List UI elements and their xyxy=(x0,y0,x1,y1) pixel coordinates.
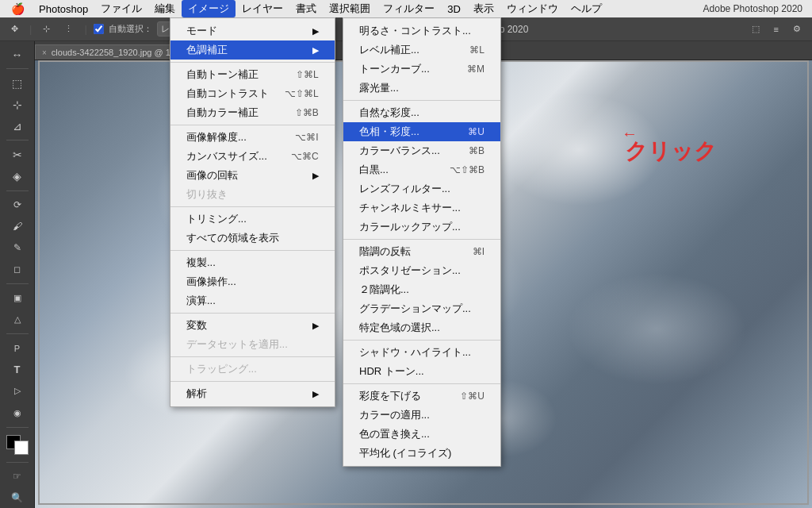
menu-gradient-map[interactable]: グラデーションマップ... xyxy=(343,299,500,318)
menu-black-white[interactable]: 白黒... ⌥⇧⌘B xyxy=(343,160,500,179)
eraser-tool-icon[interactable]: ◻ xyxy=(5,260,30,279)
menu-trapping: トラッピング... xyxy=(170,360,335,379)
menu-calculations[interactable]: 演算... xyxy=(170,291,335,310)
type-tool-icon[interactable]: T xyxy=(5,360,30,379)
toolbar-divider1: | xyxy=(28,23,33,35)
menu-threshold[interactable]: ２階調化... xyxy=(343,280,500,299)
move-tool-btn[interactable]: ✥ xyxy=(6,22,23,36)
sep2 xyxy=(170,125,335,125)
menu-curves[interactable]: トーンカーブ... ⌘M xyxy=(343,60,500,79)
menubar-help[interactable]: ヘルプ xyxy=(565,0,608,17)
menu-posterize[interactable]: ポスタリゼーション... xyxy=(343,261,500,280)
tool-sep-2 xyxy=(6,140,29,140)
apple-menu[interactable]: 🍎 xyxy=(3,2,33,15)
sep3 xyxy=(170,206,335,207)
menu-apply-image[interactable]: 画像操作... xyxy=(170,272,335,291)
menu-exposure[interactable]: 露光量... xyxy=(343,79,500,98)
menu-match-color[interactable]: カラーの適用... xyxy=(343,406,500,425)
menu-selective-color[interactable]: 特定色域の選択... xyxy=(343,318,500,337)
arrange-btn[interactable]: ⊹ xyxy=(38,22,55,36)
menu-mode[interactable]: モード ▶ xyxy=(170,21,335,40)
menu-channel-mixer[interactable]: チャンネルミキサー... xyxy=(343,198,500,217)
menu-color-lookup[interactable]: カラールックアップ... xyxy=(343,217,500,237)
transform-btn[interactable]: ⬚ xyxy=(747,22,764,36)
csep3 xyxy=(343,340,500,341)
menubar-photoshop[interactable]: Photoshop xyxy=(33,2,94,17)
auto-select-checkbox[interactable] xyxy=(94,24,104,34)
menu-hue-saturation[interactable]: 色相・彩度... ⌘U xyxy=(343,122,500,141)
sep7 xyxy=(170,381,335,382)
document-tab[interactable]: × clouds-3422258_1920.jpg @ 18 xyxy=(35,44,186,60)
menu-auto-color[interactable]: 自動カラー補正 ⇧⌘B xyxy=(170,103,335,122)
menu-auto-contrast[interactable]: 自動コントラスト ⌥⇧⌘L xyxy=(170,84,335,103)
menu-apply-dataset: データセットを適用... xyxy=(170,335,335,354)
background-color[interactable] xyxy=(14,441,29,455)
tab-close-icon[interactable]: × xyxy=(42,48,47,57)
menu-replace-color[interactable]: 色の置き換え... xyxy=(343,425,500,444)
menubar-edit[interactable]: 編集 xyxy=(148,0,182,17)
menu-variables[interactable]: 変数 ▶ xyxy=(170,316,335,335)
menu-crop: 切り抜き xyxy=(170,185,335,204)
menu-canvas-size[interactable]: カンバスサイズ... ⌥⌘C xyxy=(170,147,335,166)
menu-trim[interactable]: トリミング... xyxy=(170,210,335,229)
eyedropper-tool-icon[interactable]: ◈ xyxy=(5,166,30,186)
menubar-3d[interactable]: 3D xyxy=(441,2,467,17)
pen-tool-icon[interactable]: P xyxy=(5,338,30,358)
magic-wand-tool-icon[interactable]: ⊿ xyxy=(5,116,30,136)
zoom-tool-icon[interactable]: 🔍 xyxy=(5,488,30,508)
menubar-image[interactable]: イメージ xyxy=(182,0,236,17)
menubar-select[interactable]: 選択範囲 xyxy=(323,0,377,17)
menu-color-balance[interactable]: カラーバランス... ⌘B xyxy=(343,141,500,160)
menu-levels[interactable]: レベル補正... ⌘L xyxy=(343,40,500,60)
move-tool-icon[interactable]: ↔ xyxy=(5,44,30,64)
menubar-text[interactable]: 書式 xyxy=(289,0,323,17)
menu-analysis[interactable]: 解析 ▶ xyxy=(170,384,335,403)
menu-shadow-highlight[interactable]: シャドウ・ハイライト... xyxy=(343,343,500,362)
menu-color-correction[interactable]: 色調補正 ▶ xyxy=(170,40,335,60)
shape-tool-icon[interactable]: ◉ xyxy=(5,403,30,423)
image-menu-dropdown[interactable]: モード ▶ 色調補正 ▶ 自動トーン補正 ⇧⌘L 自動コントラスト ⌥⇧⌘L 自… xyxy=(170,17,335,407)
sep6 xyxy=(170,356,335,357)
menubar-layer[interactable]: レイヤー xyxy=(236,0,289,17)
options-btn[interactable]: ⚙ xyxy=(788,22,806,36)
menubar-filter[interactable]: フィルター xyxy=(377,0,441,17)
csep4 xyxy=(343,383,500,384)
tool-sep-5 xyxy=(6,333,29,334)
menu-duplicate[interactable]: 複製... xyxy=(170,253,335,272)
dodge-tool-icon[interactable]: △ xyxy=(5,310,30,329)
tool-panel: ↔ ⬚ ⊹ ⊿ ✂ ◈ ⟳ 🖌 ✎ ◻ ▣ △ P T ▷ ◉ xyxy=(0,41,35,508)
menu-image-size[interactable]: 画像解像度... ⌥⌘I xyxy=(170,128,335,147)
sep4 xyxy=(170,250,335,251)
tool-sep-1 xyxy=(6,68,29,69)
menu-rotate[interactable]: 画像の回転 ▶ xyxy=(170,166,335,185)
gradient-tool-icon[interactable]: ▣ xyxy=(5,288,30,308)
crop-tool-icon[interactable]: ✂ xyxy=(5,144,30,164)
distribute-btn[interactable]: ⋮ xyxy=(59,22,78,36)
color-swatches[interactable] xyxy=(6,435,29,455)
menu-photo-filter[interactable]: レンズフィルター... xyxy=(343,179,500,198)
menu-invert[interactable]: 階調の反転 ⌘I xyxy=(343,242,500,261)
marquee-tool-icon[interactable]: ⬚ xyxy=(5,73,30,93)
tool-sep-4 xyxy=(6,283,29,284)
menu-auto-tone[interactable]: 自動トーン補正 ⇧⌘L xyxy=(170,65,335,84)
auto-select-label: 自動選択： xyxy=(109,23,152,35)
hand-tool-icon[interactable]: ☞ xyxy=(5,467,30,487)
menu-brightness-contrast[interactable]: 明るさ・コントラスト... xyxy=(343,21,500,40)
clone-tool-icon[interactable]: ✎ xyxy=(5,238,30,258)
toolbar-divider2: | xyxy=(82,23,88,35)
menubar-window[interactable]: ウィンドウ xyxy=(500,0,565,17)
path-selection-tool-icon[interactable]: ▷ xyxy=(5,381,30,401)
brush-tool-icon[interactable]: 🖌 xyxy=(5,217,30,237)
menubar-view[interactable]: 表示 xyxy=(467,0,500,17)
menu-vibrance[interactable]: 自然な彩度... xyxy=(343,103,500,122)
menu-reveal-all[interactable]: すべての領域を表示 xyxy=(170,229,335,248)
color-adjust-submenu[interactable]: 明るさ・コントラスト... レベル補正... ⌘L トーンカーブ... ⌘M 露… xyxy=(343,17,501,467)
menu-bar: 🍎 Photoshop ファイル 編集 イメージ レイヤー 書式 選択範囲 フィ… xyxy=(0,0,812,17)
healing-tool-icon[interactable]: ⟳ xyxy=(5,195,30,215)
menubar-file[interactable]: ファイル xyxy=(94,0,148,17)
menu-hdr-toning[interactable]: HDR トーン... xyxy=(343,362,500,381)
lasso-tool-icon[interactable]: ⊹ xyxy=(5,94,30,114)
menu-equalize[interactable]: 平均化 (イコライズ) xyxy=(343,444,500,463)
menu-desaturate[interactable]: 彩度を下げる ⇧⌘U xyxy=(343,387,500,406)
align-btn[interactable]: ≡ xyxy=(769,23,783,36)
